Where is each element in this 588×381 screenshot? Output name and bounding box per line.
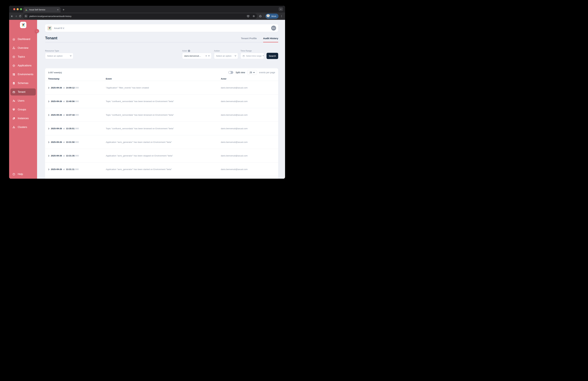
timestamp-connector: at (63, 114, 65, 116)
timestamp-connector: at (63, 155, 65, 157)
help-icon: ? (12, 172, 16, 176)
filter-action: Action Select an option (214, 50, 238, 59)
install-app-icon[interactable] (246, 14, 250, 18)
search-button[interactable]: Search (267, 53, 278, 59)
profile-avatar (266, 14, 270, 18)
action-value: Select an option (216, 55, 234, 57)
address-bar[interactable]: platform.local/governance/tenant/audit-h… (23, 13, 257, 19)
expand-chevron-icon[interactable]: ❯ (48, 114, 49, 116)
tab-audit-history[interactable]: Audit History (263, 37, 278, 42)
back-icon[interactable] (10, 14, 14, 18)
actor-cell: dario.benvenuti@axual.com (221, 141, 278, 143)
bookmark-star-icon[interactable] (252, 14, 256, 18)
browser-profile-chip[interactable]: Work (265, 14, 278, 19)
expand-chevron-icon[interactable]: ❯ (48, 87, 49, 89)
expand-chevron-icon[interactable]: ❯ (48, 155, 49, 157)
axual-favicon-icon (25, 8, 28, 11)
table-row[interactable]: ❯2025-09-26at13:31:11.000Application "av… (45, 162, 278, 176)
browser-toolbar: platform.local/governance/tenant/audit-h… (9, 12, 285, 20)
sidebar-item-environments[interactable]: Environments (10, 71, 36, 78)
table-row[interactable]: ❯2025-09-26at13:31:35.000Application "av… (45, 149, 278, 162)
sidebar-item-topics[interactable]: Topics (10, 53, 36, 60)
reload-icon[interactable] (18, 14, 22, 18)
sidebar-item-schemas[interactable]: Schemas (10, 80, 36, 87)
action-select[interactable]: Select an option (214, 53, 238, 59)
tab-close-icon[interactable]: ✕ (57, 9, 59, 11)
expand-chevron-icon[interactable]: ❯ (48, 141, 49, 143)
event-date: 2025-09-26 (51, 127, 62, 130)
event-cell: Topic "confluent_sensordata" has been br… (106, 114, 221, 116)
expand-chevron-icon[interactable]: ❯ (48, 100, 49, 102)
page-tabs: Tenant Profile Audit History (241, 37, 278, 42)
url-text[interactable]: platform.local/governance/tenant/audit-h… (29, 15, 245, 18)
event-milliseconds: .000 (74, 168, 79, 171)
sidebar-item-label: Environments (18, 73, 33, 76)
time-range-picker[interactable]: Select time range (240, 53, 264, 59)
split-view-toggle[interactable] (228, 71, 233, 74)
sidebar-item-label: Instances (18, 117, 29, 120)
sidebar-item-instances[interactable]: Instances (10, 115, 36, 122)
column-timestamp: Timestamp (48, 78, 106, 80)
table-row[interactable]: ❯2025-09-26at13:40:56.000Topic "confluen… (45, 94, 278, 108)
sidebar-item-label: Groups (18, 108, 26, 111)
browser-menu-icon[interactable] (279, 14, 283, 18)
sidebar-item-applications[interactable]: Applications (10, 62, 36, 69)
sidebar-item-tenant[interactable]: Tenant (10, 89, 36, 95)
site-settings-icon[interactable] (24, 14, 28, 18)
sidebar-item-help[interactable]: ?Help (10, 171, 36, 178)
actor-select[interactable]: dario.benvenuti… ✕ (182, 53, 211, 59)
sidebar-item-groups[interactable]: Groups (10, 106, 36, 113)
tab-search-button[interactable] (279, 7, 283, 11)
timestamp-cell: ❯2025-09-26at13:37:18.000 (48, 114, 106, 116)
extensions-icon[interactable] (258, 14, 262, 18)
column-actor: Actor (221, 78, 278, 80)
close-window-button[interactable] (13, 8, 15, 10)
table-row[interactable]: ❯2025-09-26at13:35:51.000Topic "confluen… (45, 122, 278, 135)
actor-cell: dario.benvenuti@axual.com (221, 87, 278, 89)
table-row[interactable]: ❯2025-09-26at13:37:18.000Topic "confluen… (45, 108, 278, 122)
event-cell: Application "avro_generator" has been st… (106, 155, 221, 157)
resource-type-select[interactable]: Select an option (45, 53, 73, 59)
expand-chevron-icon[interactable]: ❯ (48, 128, 49, 129)
table-row[interactable]: ❯2025-09-26at14:00:12.000"Application" "… (45, 81, 278, 94)
environments-icon (12, 73, 16, 76)
sidebar-item-label: Tenant (18, 90, 25, 93)
chevron-down-icon (263, 55, 264, 56)
event-time: 14:00:12 (66, 87, 75, 89)
svg-text:?: ? (13, 173, 14, 175)
sidebar-item-dashboard[interactable]: Dashboard (10, 36, 36, 43)
tab-tenant-profile[interactable]: Tenant Profile (241, 37, 257, 42)
clear-icon[interactable]: ✕ (205, 55, 207, 57)
sidebar-item-label: Clusters (18, 126, 27, 129)
user-avatar[interactable]: DU (271, 26, 276, 31)
timestamp-connector: at (63, 100, 65, 103)
topics-icon (12, 55, 16, 59)
event-date: 2025-09-26 (51, 141, 62, 143)
info-icon[interactable]: i (188, 50, 190, 52)
event-time: 13:31:35 (66, 155, 75, 157)
event-cell: Topic "confluent_sensordata" has been br… (106, 100, 221, 103)
timestamp-connector: at (63, 168, 65, 171)
sidebar-collapse-button[interactable]: ‹ (35, 29, 39, 33)
sidebar-nav: DashboardOverviewTopicsApplicationsEnvir… (10, 36, 36, 133)
maximize-window-button[interactable] (20, 8, 22, 10)
event-cell: Topic "confluent_sensordata" has been br… (106, 127, 221, 130)
events-count: 3.057 event(s) (48, 71, 62, 74)
macos-window-controls (13, 8, 22, 10)
minimize-window-button[interactable] (17, 8, 19, 10)
new-tab-button[interactable]: + (63, 8, 64, 11)
expand-chevron-icon[interactable]: ❯ (48, 168, 49, 170)
sidebar-item-users[interactable]: Users (10, 97, 36, 104)
page-size-select[interactable]: 25 (247, 70, 257, 75)
browser-tab-active[interactable]: Axual Self Service ✕ (23, 7, 61, 12)
screenshot-root: Axual Self Service ✕ + plat (0, 0, 294, 190)
filter-resource-type: Resource Type Select an option (45, 50, 73, 59)
sidebar-item-overview[interactable]: Overview (10, 45, 36, 51)
chevron-down-icon (70, 55, 72, 56)
table-row[interactable]: ❯2025-09-26at13:31:50.000Application "av… (45, 135, 278, 149)
sidebar-item-clusters[interactable]: Clusters (10, 124, 36, 131)
actor-cell: dario.benvenuti@axual.com (221, 168, 278, 171)
resource-type-value: Select an option (47, 55, 69, 57)
split-view-label: Split view (235, 71, 245, 74)
event-time: 13:37:18 (66, 114, 75, 116)
